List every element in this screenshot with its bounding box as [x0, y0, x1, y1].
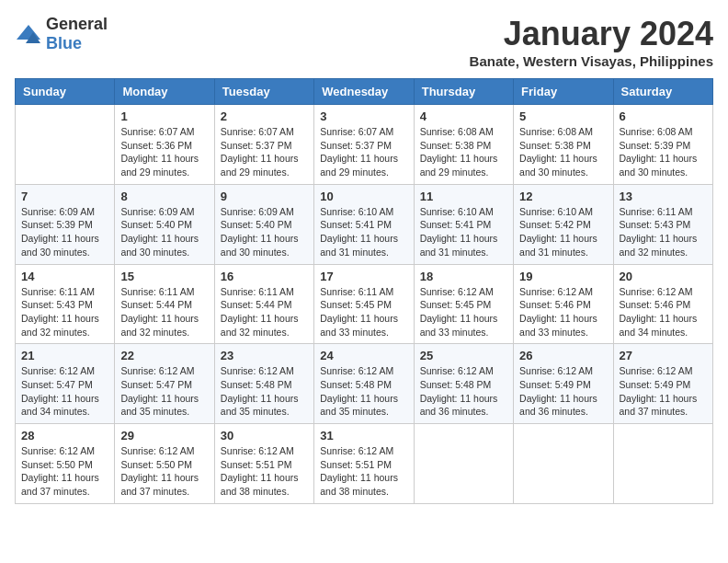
day-number: 28 — [21, 429, 108, 442]
day-number: 30 — [221, 429, 308, 442]
calendar-cell: 28Sunrise: 6:12 AM Sunset: 5:50 PM Dayli… — [16, 424, 115, 504]
day-number: 1 — [120, 109, 208, 123]
day-info: Sunrise: 6:12 AM Sunset: 5:49 PM Dayligh… — [519, 364, 607, 419]
day-info: Sunrise: 6:11 AM Sunset: 5:44 PM Dayligh… — [221, 285, 308, 339]
day-number: 17 — [320, 270, 407, 283]
day-info: Sunrise: 6:12 AM Sunset: 5:51 PM Dayligh… — [221, 444, 308, 499]
day-info: Sunrise: 6:11 AM Sunset: 5:43 PM Dayligh… — [21, 285, 108, 339]
day-info: Sunrise: 6:11 AM Sunset: 5:44 PM Dayligh… — [120, 285, 208, 339]
calendar-title: January 2024 — [470, 15, 713, 53]
day-info: Sunrise: 6:07 AM Sunset: 5:37 PM Dayligh… — [320, 125, 407, 179]
calendar-cell: 13Sunrise: 6:11 AM Sunset: 5:43 PM Dayli… — [613, 184, 712, 264]
day-number: 26 — [519, 349, 607, 362]
calendar-cell: 1Sunrise: 6:07 AM Sunset: 5:36 PM Daylig… — [115, 105, 214, 185]
calendar-body: 1Sunrise: 6:07 AM Sunset: 5:36 PM Daylig… — [16, 105, 713, 504]
day-number: 18 — [420, 270, 507, 283]
calendar-cell: 7Sunrise: 6:09 AM Sunset: 5:39 PM Daylig… — [16, 184, 115, 264]
day-info: Sunrise: 6:12 AM Sunset: 5:49 PM Dayligh… — [620, 364, 707, 419]
day-info: Sunrise: 6:08 AM Sunset: 5:38 PM Dayligh… — [420, 125, 507, 179]
day-number: 13 — [620, 190, 707, 203]
calendar-cell: 3Sunrise: 6:07 AM Sunset: 5:37 PM Daylig… — [314, 105, 414, 185]
day-number: 24 — [320, 349, 407, 362]
day-number: 10 — [320, 190, 407, 203]
logo-general: General — [46, 15, 108, 33]
calendar-cell: 31Sunrise: 6:12 AM Sunset: 5:51 PM Dayli… — [314, 424, 414, 504]
calendar-cell — [414, 424, 513, 504]
calendar-cell: 5Sunrise: 6:08 AM Sunset: 5:38 PM Daylig… — [514, 105, 613, 185]
day-number: 4 — [420, 109, 507, 123]
calendar-cell — [16, 105, 115, 185]
day-number: 23 — [221, 349, 308, 362]
day-number: 14 — [21, 270, 108, 283]
day-info: Sunrise: 6:12 AM Sunset: 5:48 PM Dayligh… — [320, 364, 407, 419]
calendar-week-4: 21Sunrise: 6:12 AM Sunset: 5:47 PM Dayli… — [16, 344, 713, 424]
day-number: 3 — [320, 109, 407, 123]
day-info: Sunrise: 6:12 AM Sunset: 5:46 PM Dayligh… — [620, 285, 707, 339]
calendar-week-1: 1Sunrise: 6:07 AM Sunset: 5:36 PM Daylig… — [16, 105, 713, 185]
calendar-subtitle: Banate, Western Visayas, Philippines — [470, 53, 713, 69]
day-number: 22 — [120, 349, 208, 362]
logo-text: General Blue — [46, 15, 108, 53]
calendar-cell: 12Sunrise: 6:10 AM Sunset: 5:42 PM Dayli… — [514, 184, 613, 264]
day-info: Sunrise: 6:11 AM Sunset: 5:45 PM Dayligh… — [320, 285, 407, 339]
calendar-week-5: 28Sunrise: 6:12 AM Sunset: 5:50 PM Dayli… — [16, 424, 713, 504]
logo-blue: Blue — [46, 34, 82, 52]
svg-marker-0 — [17, 25, 40, 40]
calendar-cell: 24Sunrise: 6:12 AM Sunset: 5:48 PM Dayli… — [314, 344, 414, 424]
day-number: 11 — [420, 190, 507, 203]
day-number: 25 — [420, 349, 507, 362]
weekday-header-thursday: Thursday — [414, 79, 513, 105]
day-number: 27 — [620, 349, 707, 362]
calendar-cell — [514, 424, 613, 504]
calendar-cell: 29Sunrise: 6:12 AM Sunset: 5:50 PM Dayli… — [115, 424, 214, 504]
day-info: Sunrise: 6:08 AM Sunset: 5:38 PM Dayligh… — [519, 125, 607, 179]
day-info: Sunrise: 6:12 AM Sunset: 5:50 PM Dayligh… — [120, 444, 208, 499]
calendar-cell — [613, 424, 712, 504]
weekday-header-tuesday: Tuesday — [214, 79, 313, 105]
calendar-cell: 9Sunrise: 6:09 AM Sunset: 5:40 PM Daylig… — [214, 184, 313, 264]
day-number: 9 — [221, 190, 308, 203]
day-info: Sunrise: 6:07 AM Sunset: 5:37 PM Dayligh… — [221, 125, 308, 179]
logo: General Blue — [15, 15, 108, 53]
calendar-cell: 15Sunrise: 6:11 AM Sunset: 5:44 PM Dayli… — [115, 264, 214, 344]
day-number: 16 — [221, 270, 308, 283]
header: General Blue January 2024 Banate, Wester… — [15, 15, 713, 69]
calendar-cell: 20Sunrise: 6:12 AM Sunset: 5:46 PM Dayli… — [613, 264, 712, 344]
day-info: Sunrise: 6:12 AM Sunset: 5:48 PM Dayligh… — [420, 364, 507, 419]
day-number: 6 — [620, 109, 707, 123]
day-number: 12 — [519, 190, 607, 203]
title-area: January 2024 Banate, Western Visayas, Ph… — [470, 15, 713, 69]
weekday-header-friday: Friday — [514, 79, 613, 105]
day-info: Sunrise: 6:12 AM Sunset: 5:48 PM Dayligh… — [221, 364, 308, 419]
day-info: Sunrise: 6:09 AM Sunset: 5:39 PM Dayligh… — [21, 205, 108, 259]
day-info: Sunrise: 6:12 AM Sunset: 5:50 PM Dayligh… — [21, 444, 108, 499]
day-number: 7 — [21, 190, 108, 203]
calendar-week-3: 14Sunrise: 6:11 AM Sunset: 5:43 PM Dayli… — [16, 264, 713, 344]
day-info: Sunrise: 6:07 AM Sunset: 5:36 PM Dayligh… — [120, 125, 208, 179]
day-info: Sunrise: 6:11 AM Sunset: 5:43 PM Dayligh… — [620, 205, 707, 259]
weekday-header-row: SundayMondayTuesdayWednesdayThursdayFrid… — [16, 79, 713, 105]
calendar-cell: 25Sunrise: 6:12 AM Sunset: 5:48 PM Dayli… — [414, 344, 513, 424]
day-info: Sunrise: 6:10 AM Sunset: 5:41 PM Dayligh… — [320, 205, 407, 259]
calendar-cell: 4Sunrise: 6:08 AM Sunset: 5:38 PM Daylig… — [414, 105, 513, 185]
day-number: 19 — [519, 270, 607, 283]
day-info: Sunrise: 6:08 AM Sunset: 5:39 PM Dayligh… — [620, 125, 707, 179]
calendar-cell: 30Sunrise: 6:12 AM Sunset: 5:51 PM Dayli… — [214, 424, 313, 504]
day-info: Sunrise: 6:12 AM Sunset: 5:47 PM Dayligh… — [120, 364, 208, 419]
calendar-cell: 19Sunrise: 6:12 AM Sunset: 5:46 PM Dayli… — [514, 264, 613, 344]
day-info: Sunrise: 6:12 AM Sunset: 5:51 PM Dayligh… — [320, 444, 407, 499]
weekday-header-monday: Monday — [115, 79, 214, 105]
day-info: Sunrise: 6:10 AM Sunset: 5:42 PM Dayligh… — [519, 205, 607, 259]
calendar-cell: 14Sunrise: 6:11 AM Sunset: 5:43 PM Dayli… — [16, 264, 115, 344]
day-info: Sunrise: 6:10 AM Sunset: 5:41 PM Dayligh… — [420, 205, 507, 259]
calendar-cell: 23Sunrise: 6:12 AM Sunset: 5:48 PM Dayli… — [214, 344, 313, 424]
day-number: 31 — [320, 429, 407, 442]
calendar-cell: 8Sunrise: 6:09 AM Sunset: 5:40 PM Daylig… — [115, 184, 214, 264]
calendar-cell: 27Sunrise: 6:12 AM Sunset: 5:49 PM Dayli… — [613, 344, 712, 424]
calendar-cell: 22Sunrise: 6:12 AM Sunset: 5:47 PM Dayli… — [115, 344, 214, 424]
day-info: Sunrise: 6:12 AM Sunset: 5:47 PM Dayligh… — [21, 364, 108, 419]
day-number: 20 — [620, 270, 707, 283]
calendar-cell: 18Sunrise: 6:12 AM Sunset: 5:45 PM Dayli… — [414, 264, 513, 344]
calendar-cell: 17Sunrise: 6:11 AM Sunset: 5:45 PM Dayli… — [314, 264, 414, 344]
calendar-cell: 26Sunrise: 6:12 AM Sunset: 5:49 PM Dayli… — [514, 344, 613, 424]
